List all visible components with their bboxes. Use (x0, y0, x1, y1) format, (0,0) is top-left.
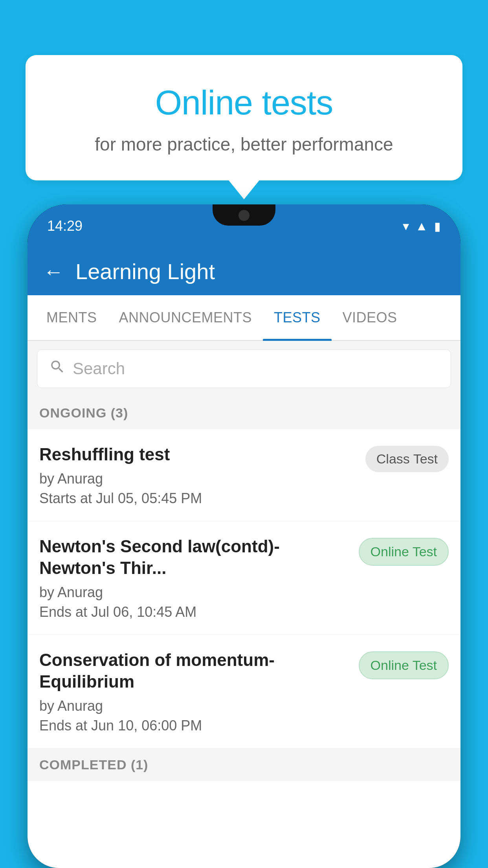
test-name: Conservation of momentum-Equilibrium (39, 649, 351, 692)
test-badge-online-2: Online Test (359, 651, 449, 679)
test-time: Ends at Jun 10, 06:00 PM (39, 717, 351, 734)
tabs-container: MENTS ANNOUNCEMENTS TESTS VIDEOS (28, 295, 460, 341)
test-info: Reshuffling test by Anurag Starts at Jul… (39, 443, 365, 507)
search-bar[interactable]: Search (37, 349, 451, 388)
test-by: by Anurag (39, 584, 351, 601)
battery-icon: ▮ (434, 219, 441, 233)
ongoing-label: ONGOING (3) (39, 405, 128, 420)
bubble-subtitle: for more practice, better performance (49, 134, 439, 155)
back-button[interactable]: ← (43, 260, 64, 283)
speech-bubble: Online tests for more practice, better p… (26, 55, 462, 180)
test-item[interactable]: Newton's Second law(contd)-Newton's Thir… (28, 521, 460, 635)
completed-section-header: COMPLETED (1) (28, 748, 460, 781)
completed-label: COMPLETED (1) (39, 757, 148, 772)
test-list: Reshuffling test by Anurag Starts at Jul… (28, 429, 460, 748)
test-badge-class: Class Test (365, 446, 449, 472)
tab-tests[interactable]: TESTS (263, 295, 332, 340)
app-header: ← Learning Light (28, 248, 460, 295)
ongoing-section-header: ONGOING (3) (28, 397, 460, 429)
bubble-title: Online tests (49, 83, 439, 123)
camera (238, 210, 250, 221)
test-by: by Anurag (39, 698, 351, 714)
notch (213, 204, 275, 226)
phone-screen: ← Learning Light MENTS ANNOUNCEMENTS TES… (28, 248, 460, 868)
status-bar: 14:29 ▾ ▲ ▮ (28, 204, 460, 248)
signal-icon: ▲ (415, 219, 428, 234)
test-info: Conservation of momentum-Equilibrium by … (39, 649, 359, 734)
status-time: 14:29 (47, 218, 83, 234)
test-time: Starts at Jul 05, 05:45 PM (39, 490, 358, 507)
search-placeholder: Search (73, 359, 125, 378)
search-container: Search (28, 341, 460, 397)
speech-bubble-container: Online tests for more practice, better p… (26, 55, 462, 180)
tab-announcements[interactable]: ANNOUNCEMENTS (108, 295, 263, 340)
test-time: Ends at Jul 06, 10:45 AM (39, 604, 351, 620)
tab-ments[interactable]: MENTS (35, 295, 108, 340)
tab-videos[interactable]: VIDEOS (332, 295, 408, 340)
test-item[interactable]: Conservation of momentum-Equilibrium by … (28, 635, 460, 748)
search-icon (49, 359, 66, 379)
wifi-icon: ▾ (403, 219, 409, 234)
test-by: by Anurag (39, 471, 358, 487)
test-name: Newton's Second law(contd)-Newton's Thir… (39, 535, 351, 579)
app-title: Learning Light (75, 259, 215, 284)
status-icons: ▾ ▲ ▮ (403, 219, 441, 234)
test-name: Reshuffling test (39, 443, 358, 465)
test-badge-online: Online Test (359, 538, 449, 566)
phone-frame: 14:29 ▾ ▲ ▮ ← Learning Light MENTS ANNOU… (28, 204, 460, 868)
test-item[interactable]: Reshuffling test by Anurag Starts at Jul… (28, 429, 460, 521)
test-info: Newton's Second law(contd)-Newton's Thir… (39, 535, 359, 620)
